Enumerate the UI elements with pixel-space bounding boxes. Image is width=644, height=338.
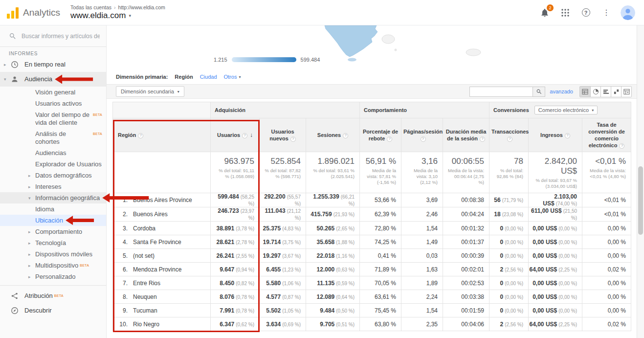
- notifications-button[interactable]: 2: [538, 6, 551, 19]
- column-header-tasa-conversion[interactable]: Tasa de conversión de comercio electróni…: [582, 118, 631, 152]
- column-header-transacciones[interactable]: Transacciones?: [489, 118, 529, 152]
- chevron-right-icon[interactable]: ▸: [28, 262, 35, 270]
- sidebar-item-audiencias[interactable]: Audiencias: [0, 147, 106, 158]
- chevron-right-icon[interactable]: ▸: [28, 183, 35, 191]
- region-link[interactable]: Cordoba: [133, 225, 155, 232]
- sidebar-search[interactable]: [0, 25, 106, 47]
- view-table-button[interactable]: [580, 87, 590, 97]
- view-performance-button[interactable]: [600, 87, 611, 97]
- chevron-down-icon[interactable]: ▾: [28, 194, 35, 202]
- region-link[interactable]: Mendoza Province: [133, 266, 181, 273]
- ecommerce-selector[interactable]: Comercio electrónico ▾: [534, 106, 598, 114]
- dimension-region[interactable]: Región: [175, 74, 193, 80]
- column-help-icon[interactable]: ?: [343, 133, 348, 138]
- sidebar-item-intereses[interactable]: ▸Intereses: [0, 181, 106, 192]
- column-help-icon[interactable]: ?: [480, 136, 485, 142]
- metric-percent: (0,00 %): [505, 308, 523, 314]
- region-link[interactable]: Entre Rios: [133, 280, 160, 287]
- column-help-icon[interactable]: ?: [619, 143, 624, 149]
- sidebar-item-en-tiempo-real[interactable]: ▸En tiempo real: [0, 57, 106, 72]
- scrollbar-thumb[interactable]: [638, 166, 643, 235]
- chevron-right-icon[interactable]: ▸: [28, 273, 35, 281]
- metric-cell: 0,00 %: [582, 249, 631, 263]
- dimension-other[interactable]: Otros ▾: [224, 74, 241, 80]
- chevron-right-icon[interactable]: ▸: [28, 239, 35, 247]
- sidebar-item-vision-general[interactable]: Visión general: [0, 87, 106, 98]
- table-search-button[interactable]: [533, 87, 545, 97]
- column-help-icon[interactable]: ?: [507, 136, 512, 142]
- chevron-right-icon[interactable]: ▸: [28, 250, 35, 258]
- sidebar-item-datos-demograficos[interactable]: ▸Datos demográficos: [0, 170, 106, 181]
- metric-percent: (0,62 %): [236, 322, 254, 327]
- sidebar-item-idioma[interactable]: Idioma: [0, 203, 106, 215]
- overflow-menu-button[interactable]: ⋮: [600, 6, 613, 19]
- top-bar: Analytics Todas las cuentas › http://www…: [0, 0, 644, 25]
- apps-grid-button[interactable]: [559, 6, 572, 19]
- table-search-input[interactable]: [469, 87, 533, 97]
- column-header-ingresos[interactable]: Ingresos?: [529, 118, 582, 152]
- region-link[interactable]: Tucuman: [133, 307, 157, 314]
- google-analytics-logo[interactable]: Analytics: [0, 7, 64, 19]
- column-help-icon[interactable]: ?: [242, 133, 247, 138]
- column-header-region[interactable]: Región?: [113, 118, 211, 152]
- sidebar-item-explorador-de-usuarios[interactable]: Explorador de Usuarios: [0, 158, 106, 170]
- column-header-usuarios[interactable]: Usuarios?↓: [211, 118, 260, 152]
- sidebar-item-ubicacion[interactable]: Ubicación: [0, 215, 106, 226]
- dimension-city[interactable]: Ciudad: [200, 74, 217, 80]
- sidebar-item-tecnologia[interactable]: ▸Tecnología: [0, 237, 106, 248]
- sidebar-item-atribucion[interactable]: AtribuciónBETA: [0, 289, 106, 303]
- chevron-right-icon[interactable]: ▸: [4, 61, 11, 68]
- secondary-dimension-button[interactable]: Dimensión secundaria ▾: [116, 86, 184, 97]
- sidebar-item-analisis-de-cohortes[interactable]: Análisis de cohortesBETA: [0, 128, 106, 147]
- view-comparison-button[interactable]: [611, 87, 621, 97]
- account-name-row[interactable]: www.eldia.com ▾: [70, 11, 165, 21]
- chevron-right-icon[interactable]: ▸: [28, 228, 35, 236]
- sidebar-item-personalizado[interactable]: ▸Personalizado: [0, 271, 106, 282]
- column-help-icon[interactable]: ?: [138, 133, 143, 138]
- map-region-argentina[interactable]: [325, 25, 378, 57]
- advanced-search-link[interactable]: avanzado: [550, 89, 573, 94]
- region-link[interactable]: Buenos Aires: [133, 211, 168, 218]
- metric-value: 1.255.339: [313, 193, 339, 200]
- region-link[interactable]: Buenos Aires Province: [133, 197, 192, 203]
- breadcrumb-property[interactable]: http://www.eldia.com: [118, 4, 165, 10]
- user-avatar[interactable]: [621, 5, 635, 20]
- column-header-sesiones[interactable]: Sesiones?: [306, 118, 360, 152]
- sidebar-item-multidispositivo[interactable]: ▸MultidispositivoBETA: [0, 260, 106, 271]
- sidebar-item-audiencia[interactable]: ▾Audiencia: [0, 72, 106, 87]
- metric-cell: 00:03:38: [443, 290, 489, 304]
- account-switcher[interactable]: Todas las cuentas › http://www.eldia.com…: [70, 4, 165, 21]
- metric-percent: (0,64 %): [336, 294, 355, 300]
- sidebar-item-dispositivos-moviles[interactable]: ▸Dispositivos móviles: [0, 248, 106, 260]
- column-help-icon[interactable]: ?: [387, 136, 392, 142]
- sidebar-item-comportamiento[interactable]: ▸Comportamiento: [0, 226, 106, 237]
- sidebar-item-descubrir[interactable]: Descubrir: [0, 303, 106, 318]
- sort-descending-icon[interactable]: ↓: [250, 132, 253, 138]
- chevron-down-icon[interactable]: ▾: [4, 75, 11, 83]
- chevron-right-icon[interactable]: ▸: [28, 172, 35, 180]
- region-link[interactable]: Santa Fe Province: [133, 239, 181, 246]
- column-header-duracion[interactable]: Duración media de la sesión?: [443, 118, 489, 152]
- sidebar-item-valor-del-tiempo-de-vida-del-cliente[interactable]: Valor del tiempo de vida del clienteBETA: [0, 109, 106, 128]
- column-header-rebote[interactable]: Porcentaje de rebote?: [360, 118, 401, 152]
- help-button[interactable]: ?: [579, 6, 592, 19]
- region-link[interactable]: (not set): [133, 252, 155, 259]
- column-help-icon[interactable]: ?: [565, 133, 570, 138]
- region-link[interactable]: Neuquen: [133, 293, 157, 300]
- vertical-scrollbar[interactable]: [637, 25, 644, 338]
- metric-value: 12.000: [317, 266, 335, 273]
- column-header-paginas-sesion[interactable]: Páginas/sesión?: [401, 118, 443, 152]
- search-input[interactable]: [22, 33, 100, 40]
- summary-subtext: % del total: 92,86 % (84): [494, 168, 523, 180]
- view-percentage-button[interactable]: [590, 87, 600, 97]
- view-pivot-button[interactable]: [621, 87, 631, 97]
- column-header-usuarios-nuevos[interactable]: Usuarios nuevos?: [260, 118, 306, 152]
- map-region-tierra-del-fuego[interactable]: [348, 58, 356, 62]
- column-help-icon[interactable]: ?: [421, 136, 426, 142]
- metric-value: 00:01:32: [461, 225, 484, 232]
- sidebar-item-informacion-geografica[interactable]: ▾Información geográfica: [0, 192, 106, 203]
- breadcrumb-all-accounts[interactable]: Todas las cuentas: [70, 4, 111, 10]
- region-link[interactable]: Rio Negro: [133, 321, 159, 328]
- sidebar-item-usuarios-activos[interactable]: Usuarios activos: [0, 98, 106, 109]
- column-help-icon[interactable]: ?: [290, 136, 296, 142]
